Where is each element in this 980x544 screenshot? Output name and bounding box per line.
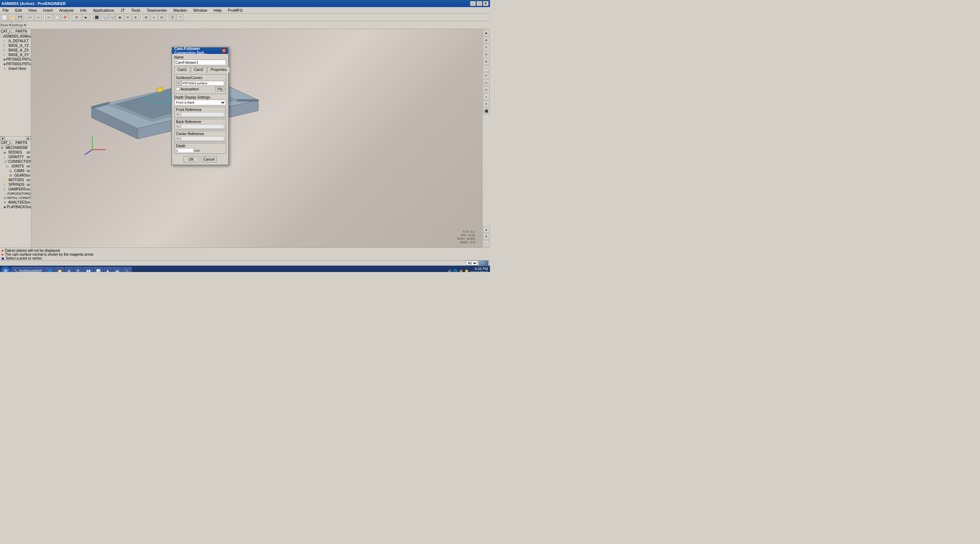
- surface-input[interactable]: [182, 81, 224, 86]
- menu-edit[interactable]: Edit: [14, 8, 23, 13]
- tb-btn13[interactable]: ⊕: [132, 14, 139, 21]
- tb-new[interactable]: 📄: [1, 14, 8, 21]
- taskbar-explorer[interactable]: 📁: [55, 267, 64, 272]
- menu-window[interactable]: Window: [192, 8, 208, 13]
- tree-item-prt0003[interactable]: ■ PRT0003.PRT 00: [0, 62, 31, 66]
- tb-btn9[interactable]: 🔍: [101, 14, 108, 21]
- tree-item-connections[interactable]: 🔗 CONNECTIONS 00: [0, 159, 31, 164]
- menu-promfg[interactable]: ProMFG: [227, 8, 244, 13]
- taskbar-app4[interactable]: 📊: [94, 267, 103, 272]
- tree-item-insert[interactable]: + Insert Here: [0, 66, 31, 71]
- tree-item-cams[interactable]: ◎ CAMS 00: [0, 168, 31, 173]
- tab-properties[interactable]: Properties: [207, 67, 230, 73]
- taskbar-proengineer[interactable]: 🔧 Pro/ENGINEER: [11, 267, 45, 272]
- tab-cam1[interactable]: Cam1: [174, 67, 190, 73]
- tree-item-playbacks[interactable]: ◆ PLAYBACKS 00: [0, 205, 31, 209]
- center-ref-input[interactable]: [181, 136, 224, 141]
- tree-item-mechanism[interactable]: ⚙ MECHANISM: [0, 145, 31, 150]
- tree-item-dampers[interactable]: ⌇ DAMPERS 00: [0, 187, 31, 192]
- taskbar-app5[interactable]: ♟: [103, 267, 112, 272]
- tb-btn5[interactable]: 📌: [61, 14, 68, 21]
- taskbar-ie[interactable]: 🌐: [45, 267, 54, 272]
- ok-button[interactable]: OK: [183, 156, 199, 162]
- rs-btn-scroll-up[interactable]: ▲: [483, 226, 490, 233]
- tb-btn6[interactable]: ⚙: [72, 14, 82, 21]
- tree-item-prt0002[interactable]: ■ PRT0002.PRT 00: [0, 57, 31, 62]
- rs-btn-11[interactable]: ✦: [483, 101, 490, 107]
- dialog-title-bar[interactable]: Cam-Follower Connection Defi... ✕: [172, 48, 228, 54]
- tree-item-base-xy[interactable]: / BASE_A_XY: [0, 52, 31, 57]
- tb-btn10[interactable]: 🔍+: [108, 14, 116, 21]
- cancel-button[interactable]: Cancel: [201, 156, 217, 162]
- filter-select[interactable]: All: [466, 261, 478, 266]
- scroll-right[interactable]: ►: [26, 136, 31, 140]
- tree-item-bodies[interactable]: ◈ BODIES 00: [0, 150, 31, 155]
- tree-item-initial[interactable]: ⊡ INITIAL CONDIT 00: [0, 196, 31, 200]
- menu-info[interactable]: Info: [79, 8, 88, 13]
- rs-btn-12[interactable]: ⬛: [483, 108, 490, 114]
- scroll-left[interactable]: ◄: [0, 136, 5, 140]
- menu-tools[interactable]: Tools: [130, 8, 142, 13]
- tree-item-gears[interactable]: ⚙ GEARS 00: [0, 173, 31, 178]
- autoselect-checkbox[interactable]: [176, 87, 180, 91]
- rs-btn-9[interactable]: ⊡: [483, 87, 490, 93]
- name-input[interactable]: [174, 60, 226, 65]
- tree-item-springs[interactable]: ⌇ SPRINGS 00: [0, 182, 31, 187]
- taskbar-app6[interactable]: ☕: [113, 267, 122, 272]
- show-btn[interactable]: Show▼: [1, 22, 11, 29]
- tree-item-motors[interactable]: ⚡ MOTORS 00: [0, 178, 31, 182]
- tb-btn14[interactable]: ⊞: [143, 14, 150, 21]
- rs-btn-7[interactable]: ⟳: [483, 72, 490, 79]
- restore-button[interactable]: □: [477, 1, 482, 6]
- menu-jt[interactable]: JT: [119, 8, 126, 13]
- tb-btn3[interactable]: ✂: [45, 14, 52, 21]
- tb-btn12[interactable]: ⟲: [124, 14, 131, 21]
- tb-open[interactable]: 📂: [8, 14, 16, 21]
- rs-btn-8[interactable]: ◎: [483, 79, 490, 86]
- taskbar-app3[interactable]: 📧: [84, 267, 93, 272]
- tb-btn15[interactable]: ≡: [150, 14, 158, 21]
- rs-btn-4[interactable]: ⊟: [483, 51, 490, 57]
- rs-btn-1[interactable]: ▶: [483, 30, 490, 36]
- menu-manikin[interactable]: Manikin: [172, 8, 188, 13]
- rs-btn-10[interactable]: ≡: [483, 94, 490, 100]
- tb-save[interactable]: 💾: [16, 14, 24, 21]
- tab-cam2[interactable]: Cam2: [191, 67, 207, 73]
- menu-help[interactable]: Help: [213, 8, 223, 13]
- tb-btn18[interactable]: ?: [177, 14, 184, 21]
- tb-undo[interactable]: ↩: [27, 14, 34, 21]
- taskbar-app7[interactable]: 🔧: [123, 267, 132, 272]
- rs-btn-2[interactable]: ⊞: [483, 37, 490, 43]
- close-button[interactable]: ✕: [483, 1, 488, 6]
- menu-view[interactable]: View: [27, 8, 38, 13]
- tree-item-asm0001[interactable]: □ ASM0001.ASM 00: [0, 34, 31, 39]
- menu-applications[interactable]: Applications: [92, 8, 115, 13]
- surface-select-icon[interactable]: ↖: [176, 81, 181, 86]
- tree-item-base-yz[interactable]: / BASE_A_YZ: [0, 43, 31, 48]
- back-ref-input[interactable]: [181, 124, 224, 129]
- tb-btn7[interactable]: ▶: [82, 14, 89, 21]
- tb-btn8[interactable]: ⬛: [93, 14, 100, 21]
- front-ref-input[interactable]: [181, 112, 224, 117]
- menu-file[interactable]: File: [2, 8, 10, 13]
- tb-btn4[interactable]: 📋: [53, 14, 60, 21]
- settings-btn[interactable]: Settings▼: [12, 22, 26, 29]
- depth-display-select[interactable]: Front & Back Front Only Back Only Center: [174, 100, 226, 105]
- depth-value-input[interactable]: [176, 148, 194, 153]
- tree-item-adefault[interactable]: / A_DEFAULT: [0, 39, 31, 43]
- rs-btn-bottom[interactable]: ○: [483, 240, 490, 247]
- minimize-button[interactable]: ─: [470, 1, 476, 6]
- tree-item-joints[interactable]: ▷ JOINTS 00: [0, 164, 31, 168]
- start-button[interactable]: ⊞: [1, 266, 11, 272]
- tree-item-base-zx[interactable]: / BASE_A_ZX: [0, 48, 31, 52]
- tree-item-analyses[interactable]: ✕ ANALYSES 00: [0, 200, 31, 205]
- tb-btn11[interactable]: ◉: [116, 14, 124, 21]
- tree-item-forces[interactable]: → FORCES/TORQUE 00: [0, 192, 31, 196]
- tree-item-gravity[interactable]: ↓ GRAVITY 00: [0, 155, 31, 159]
- dialog-close-button[interactable]: ✕: [222, 49, 226, 53]
- menu-analysis[interactable]: Analysis: [58, 8, 75, 13]
- rs-btn-6[interactable]: ↕: [483, 65, 490, 71]
- rs-btn-5[interactable]: ⊕: [483, 58, 490, 65]
- rs-btn-3[interactable]: ↻: [483, 44, 490, 50]
- tb-redo[interactable]: ↪: [35, 14, 42, 21]
